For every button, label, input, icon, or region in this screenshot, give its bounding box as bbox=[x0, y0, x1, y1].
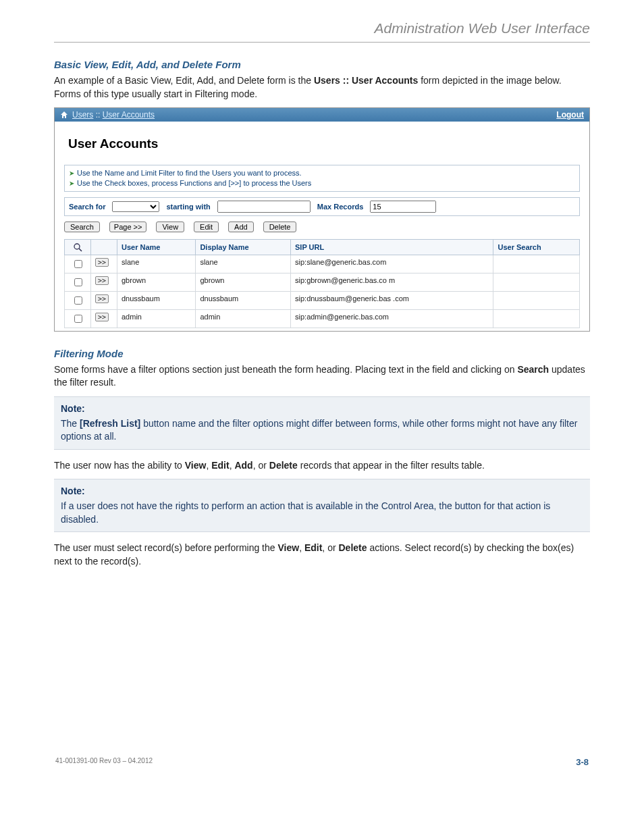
col-sip[interactable]: SIP URL bbox=[291, 239, 493, 255]
search-for-label: Search for bbox=[69, 203, 105, 211]
section-heading-filtering: Filtering Mode bbox=[54, 348, 590, 359]
filtering-text-pre: Some forms have a filter options section… bbox=[54, 364, 517, 375]
note-rights: Note: If a user does not have the rights… bbox=[54, 479, 590, 532]
breadcrumb-user-accounts[interactable]: User Accounts bbox=[103, 110, 155, 120]
breadcrumb-users[interactable]: Users bbox=[72, 110, 93, 120]
col-select-all[interactable] bbox=[65, 239, 91, 255]
max-records-input[interactable] bbox=[370, 201, 436, 213]
add-button[interactable]: Add bbox=[228, 221, 254, 232]
cell-search bbox=[493, 291, 580, 309]
note1-pre: The bbox=[61, 418, 80, 429]
note-refresh-list: Note: The [Refresh List] button name and… bbox=[54, 396, 590, 450]
table-row: >> dnussbaum dnussbaum sip:dnussbaum@gen… bbox=[65, 291, 580, 309]
actions-b3: Add bbox=[234, 460, 252, 471]
breadcrumb-sep: :: bbox=[93, 110, 102, 120]
max-records-label: Max Records bbox=[317, 203, 363, 211]
table-row: >> gbrown gbrown sip:gbrown@generic.bas.… bbox=[65, 273, 580, 291]
actions-p2: records that appear in the filter result… bbox=[298, 460, 485, 471]
page-button[interactable]: Page >> bbox=[109, 221, 147, 232]
logout-link[interactable]: Logout bbox=[556, 110, 584, 120]
select-p1: The user must select record(s) before pe… bbox=[54, 542, 277, 553]
action-button-row: Search Page >> View Edit Add Delete bbox=[64, 221, 580, 232]
tip-line-2: ➤ Use the Check boxes, process Functions… bbox=[69, 178, 575, 188]
starting-with-label: starting with bbox=[166, 203, 210, 211]
actions-paragraph: The user now has the ability to View, Ed… bbox=[54, 459, 590, 473]
row-go-button[interactable]: >> bbox=[95, 276, 109, 285]
actions-b2: Edit bbox=[211, 460, 229, 471]
edit-button[interactable]: Edit bbox=[194, 221, 219, 232]
page-header: Administration Web User Interface bbox=[54, 14, 590, 43]
filtering-text-bold: Search bbox=[517, 364, 549, 375]
cell-search bbox=[493, 273, 580, 291]
select-records-paragraph: The user must select record(s) before pe… bbox=[54, 542, 590, 568]
filtering-paragraph: Some forms have a filter options section… bbox=[54, 363, 590, 390]
actions-p1: The user now has the ability to bbox=[54, 460, 185, 471]
magnifier-icon bbox=[69, 242, 86, 252]
arrow-icon: ➤ bbox=[69, 179, 74, 188]
cell-username: dnussbaum bbox=[117, 291, 196, 309]
cell-display: dnussbaum bbox=[196, 291, 291, 309]
cell-sip: sip:admin@generic.bas.com bbox=[291, 309, 493, 328]
search-for-select[interactable] bbox=[112, 201, 159, 212]
starting-with-input[interactable] bbox=[217, 201, 311, 213]
tip-text-2: Use the Check boxes, process Functions a… bbox=[77, 178, 311, 188]
col-display[interactable]: Display Name bbox=[196, 239, 291, 255]
select-b3: Delete bbox=[338, 542, 367, 553]
results-table: User Name Display Name SIP URL User Sear… bbox=[64, 239, 580, 328]
footer-page-number: 3-8 bbox=[576, 757, 589, 767]
cell-display: gbrown bbox=[196, 273, 291, 291]
cell-search bbox=[493, 255, 580, 273]
cell-display: slane bbox=[196, 255, 291, 273]
intro-text-pre: An example of a Basic View, Edit, Add, a… bbox=[54, 75, 314, 86]
row-go-button[interactable]: >> bbox=[95, 313, 109, 321]
tip-text-1: Use the Name and Limit Filter to find th… bbox=[77, 168, 302, 178]
note-label: Note: bbox=[61, 485, 583, 498]
actions-b1: View bbox=[185, 460, 207, 471]
col-search[interactable]: User Search bbox=[493, 239, 580, 255]
cell-username: slane bbox=[117, 255, 196, 273]
breadcrumb: Users :: User Accounts bbox=[72, 110, 155, 120]
actions-c3: , or bbox=[253, 460, 269, 471]
row-go-button[interactable]: >> bbox=[95, 294, 109, 303]
cell-sip: sip:slane@generic.bas.com bbox=[291, 255, 493, 273]
select-b1: View bbox=[277, 542, 299, 553]
select-c2: , or bbox=[322, 542, 338, 553]
row-go-button[interactable]: >> bbox=[95, 258, 109, 267]
footer-left: 41-001391-00 Rev 03 – 04.2012 bbox=[55, 757, 153, 767]
cell-username: admin bbox=[117, 309, 196, 328]
actions-b4: Delete bbox=[269, 460, 298, 471]
select-c1: , bbox=[299, 542, 304, 553]
tip-line-1: ➤ Use the Name and Limit Filter to find … bbox=[69, 168, 575, 178]
row-checkbox[interactable] bbox=[74, 260, 82, 268]
intro-paragraph: An example of a Basic View, Edit, Add, a… bbox=[54, 74, 590, 101]
section-heading-basic-form: Basic View, Edit, Add, and Delete Form bbox=[54, 59, 590, 70]
tips-box: ➤ Use the Name and Limit Filter to find … bbox=[64, 165, 580, 192]
cell-display: admin bbox=[196, 309, 291, 328]
home-icon[interactable] bbox=[60, 111, 68, 119]
search-button[interactable]: Search bbox=[64, 221, 100, 232]
cell-search bbox=[493, 309, 580, 328]
filter-row: Search for starting with Max Records bbox=[64, 197, 580, 216]
cell-sip: sip:dnussbaum@generic.bas .com bbox=[291, 291, 493, 309]
row-checkbox[interactable] bbox=[74, 278, 82, 286]
intro-text-bold: Users :: User Accounts bbox=[314, 75, 418, 86]
view-button[interactable]: View bbox=[156, 221, 184, 232]
arrow-icon: ➤ bbox=[69, 169, 74, 178]
page-footer: 41-001391-00 Rev 03 – 04.2012 3-8 bbox=[54, 757, 590, 767]
row-checkbox[interactable] bbox=[74, 315, 82, 323]
table-row: >> admin admin sip:admin@generic.bas.com bbox=[65, 309, 580, 328]
form-title: User Accounts bbox=[68, 136, 580, 151]
note1-bold: [Refresh List] bbox=[80, 418, 140, 429]
select-b2: Edit bbox=[304, 542, 322, 553]
table-row: >> slane slane sip:slane@generic.bas.com bbox=[65, 255, 580, 273]
col-go bbox=[91, 239, 117, 255]
svg-line-1 bbox=[79, 249, 82, 251]
col-username[interactable]: User Name bbox=[117, 239, 196, 255]
breadcrumb-bar: Users :: User Accounts Logout bbox=[55, 108, 589, 122]
svg-point-0 bbox=[74, 244, 80, 249]
cell-sip: sip:gbrown@generic.bas.co m bbox=[291, 273, 493, 291]
delete-button[interactable]: Delete bbox=[263, 221, 297, 232]
cell-username: gbrown bbox=[117, 273, 196, 291]
row-checkbox[interactable] bbox=[74, 296, 82, 305]
note-label: Note: bbox=[61, 402, 583, 416]
